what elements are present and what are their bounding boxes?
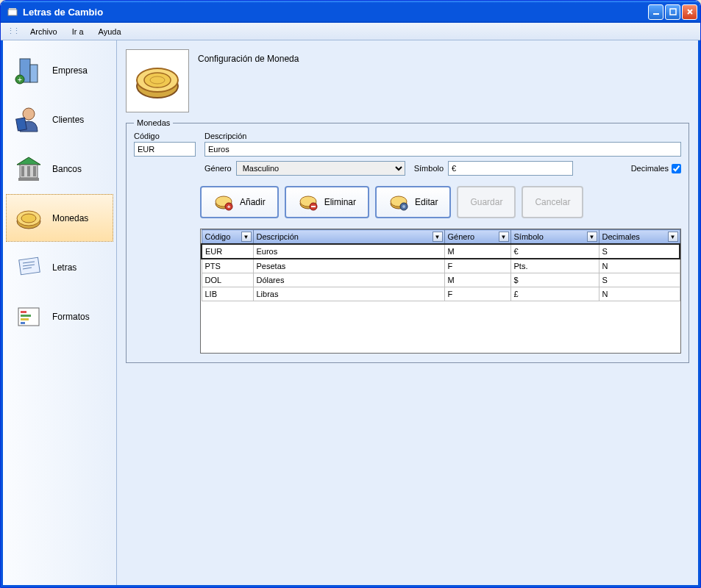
genero-label: Género xyxy=(204,164,232,173)
window-title: Letras de Cambio xyxy=(23,7,648,18)
svg-marker-12 xyxy=(17,157,40,165)
svg-rect-0 xyxy=(8,10,17,15)
close-button[interactable] xyxy=(682,4,697,20)
codigo-input[interactable] xyxy=(134,142,196,157)
maximize-button[interactable] xyxy=(665,4,680,20)
table-row[interactable]: PTSPesetasFPts.N xyxy=(202,259,680,273)
coin-edit-icon xyxy=(388,192,409,212)
cancel-button[interactable]: Cancelar xyxy=(522,186,583,218)
cell-simbolo: £ xyxy=(510,287,599,301)
svg-rect-14 xyxy=(21,166,24,176)
fieldset-legend: Monedas xyxy=(134,118,173,127)
cell-genero: M xyxy=(444,273,510,287)
cell-descripcion: Libras xyxy=(253,287,444,301)
save-button[interactable]: Guardar xyxy=(457,186,516,218)
table-row[interactable]: DOLDólaresM$S xyxy=(202,273,680,287)
document-icon xyxy=(11,250,46,285)
delete-button[interactable]: Eliminar xyxy=(285,186,369,218)
add-button[interactable]: + Añadir xyxy=(200,186,279,218)
svg-text:+: + xyxy=(18,76,22,84)
page-icon xyxy=(126,49,189,112)
main-panel: Configuración de Moneda Monedas Código D… xyxy=(117,40,698,585)
svg-point-45 xyxy=(402,205,405,208)
filter-dropdown-icon[interactable]: ▼ xyxy=(587,232,597,242)
sidebar-item-letras[interactable]: Letras xyxy=(6,243,113,291)
sidebar-item-monedas[interactable]: Monedas xyxy=(6,194,113,242)
col-decimales[interactable]: Decimales▼ xyxy=(599,230,680,245)
col-descripcion[interactable]: Descripción▼ xyxy=(253,230,444,245)
menu-ir-a[interactable]: Ir a xyxy=(66,25,90,38)
col-simbolo[interactable]: Símbolo▼ xyxy=(510,230,599,245)
svg-rect-11 xyxy=(16,118,27,131)
bank-icon xyxy=(11,151,46,187)
formats-icon xyxy=(11,299,46,334)
decimales-checkbox[interactable] xyxy=(672,164,681,173)
page-title: Configuración de Moneda xyxy=(198,49,299,64)
cell-simbolo: $ xyxy=(510,273,599,287)
button-label: Añadir xyxy=(240,197,266,207)
sidebar-item-label: Formatos xyxy=(52,312,90,322)
button-label: Cancelar xyxy=(535,197,570,207)
edit-button[interactable]: Editar xyxy=(375,186,451,218)
cell-codigo: LIB xyxy=(202,287,253,301)
sidebar-item-formatos[interactable]: Formatos xyxy=(6,293,113,340)
coin-icon xyxy=(11,201,46,236)
app-icon xyxy=(7,6,18,18)
filter-dropdown-icon[interactable]: ▼ xyxy=(668,232,678,242)
svg-point-20 xyxy=(21,214,36,223)
cell-decimales: S xyxy=(599,273,680,287)
svg-rect-15 xyxy=(27,166,30,176)
filter-dropdown-icon[interactable]: ▼ xyxy=(241,232,252,242)
genero-select[interactable]: Masculino xyxy=(236,161,405,176)
monedas-fieldset: Monedas Código Descripción Género xyxy=(126,118,689,363)
button-label: Guardar xyxy=(470,197,502,207)
cell-genero: F xyxy=(444,259,510,273)
sidebar-item-label: Bancos xyxy=(52,164,82,174)
table-row[interactable]: EUREurosM€S xyxy=(202,244,680,259)
sidebar-item-clientes[interactable]: Clientes xyxy=(6,96,113,143)
svg-rect-16 xyxy=(33,166,36,176)
svg-text:+: + xyxy=(227,204,231,210)
cell-decimales: N xyxy=(599,259,680,273)
menu-ayuda[interactable]: Ayuda xyxy=(93,25,127,38)
svg-rect-1 xyxy=(9,8,16,10)
sidebar-item-bancos[interactable]: Bancos xyxy=(6,145,113,193)
filter-dropdown-icon[interactable]: ▼ xyxy=(499,232,509,242)
svg-rect-21 xyxy=(19,257,40,274)
cell-decimales: S xyxy=(599,244,680,259)
svg-rect-26 xyxy=(21,311,26,313)
col-codigo[interactable]: Código▼ xyxy=(202,230,253,245)
building-icon: + xyxy=(11,53,46,88)
col-genero[interactable]: Género▼ xyxy=(444,230,510,245)
cell-descripcion: Dólares xyxy=(253,273,444,287)
decimales-label: Decimales xyxy=(631,164,669,173)
minimize-button[interactable] xyxy=(648,4,663,20)
svg-rect-41 xyxy=(311,206,316,207)
person-icon xyxy=(11,102,46,137)
table-row[interactable]: LIBLibrasF£N xyxy=(202,287,680,301)
cell-genero: F xyxy=(444,287,510,301)
svg-rect-3 xyxy=(670,9,676,15)
titlebar: Letras de Cambio xyxy=(1,1,700,23)
filter-dropdown-icon[interactable]: ▼ xyxy=(433,232,443,242)
simbolo-input[interactable] xyxy=(448,161,573,176)
button-label: Eliminar xyxy=(324,197,356,207)
svg-rect-29 xyxy=(21,322,25,324)
sidebar-item-label: Monedas xyxy=(52,213,88,223)
svg-point-32 xyxy=(144,73,171,87)
sidebar-item-label: Letras xyxy=(52,262,76,273)
cell-decimales: N xyxy=(599,287,680,301)
sidebar-item-empresa[interactable]: + Empresa xyxy=(6,46,113,94)
sidebar-item-label: Empresa xyxy=(52,65,88,76)
coin-delete-icon xyxy=(298,192,319,212)
svg-rect-2 xyxy=(653,13,659,15)
svg-rect-27 xyxy=(21,315,31,317)
cell-descripcion: Pesetas xyxy=(253,259,444,273)
cell-simbolo: € xyxy=(510,244,599,259)
menu-archivo[interactable]: Archivo xyxy=(24,25,63,38)
currency-table: Código▼ Descripción▼ Género▼ Símbolo▼ De… xyxy=(200,229,681,354)
descripcion-input[interactable] xyxy=(204,142,681,157)
cell-codigo: PTS xyxy=(202,259,253,273)
coin-add-icon: + xyxy=(213,192,234,212)
menu-grip-icon: ⋮⋮ xyxy=(7,26,18,36)
